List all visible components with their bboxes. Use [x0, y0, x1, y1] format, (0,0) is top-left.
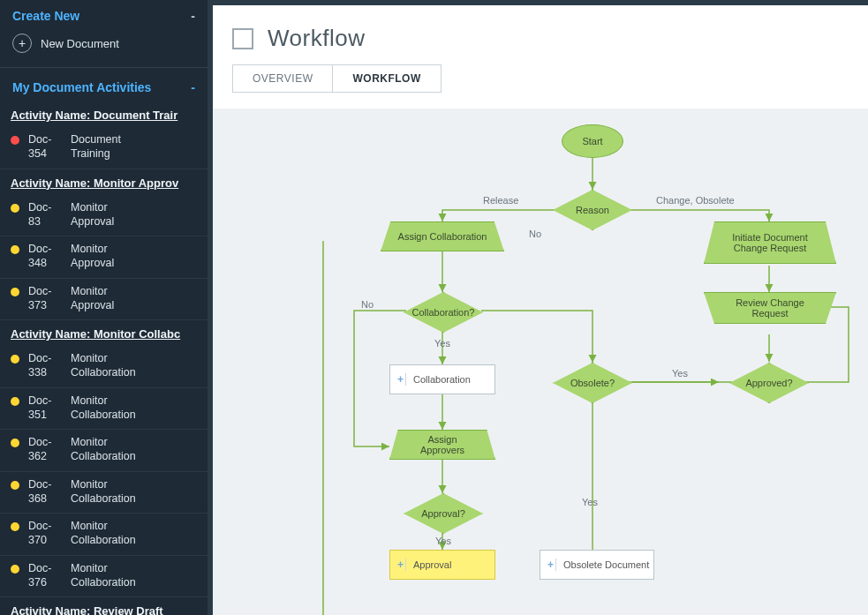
label-no-1: No	[529, 229, 541, 239]
status-dot-icon	[11, 355, 19, 364]
status-dot-icon	[11, 288, 19, 296]
doc-title: MonitorCollaboration	[71, 519, 136, 548]
node-approval-card[interactable]: + Approval	[389, 550, 495, 580]
activity-group-title: Activity Name: Review Draft	[0, 597, 208, 615]
doc-id: Doc-373	[28, 284, 62, 313]
doc-id: Doc-362	[28, 435, 62, 464]
node-assign-collaboration[interactable]: Assign Collaboration	[381, 221, 504, 251]
new-document-button[interactable]: + New Document	[0, 28, 208, 67]
new-document-label: New Document	[41, 37, 119, 50]
collapse-icon: -	[191, 9, 195, 23]
doc-id: Doc-368	[28, 477, 62, 506]
activity-row[interactable]: Doc-368MonitorCollaboration	[0, 472, 208, 514]
doc-id: Doc-376	[28, 561, 62, 590]
tab-workflow[interactable]: WORKFLOW	[333, 65, 440, 92]
status-dot-icon	[11, 522, 19, 531]
status-dot-icon	[11, 204, 19, 213]
doc-title: MonitorCollaboration	[71, 477, 136, 506]
activities-header[interactable]: My Document Activities -	[0, 67, 208, 101]
activity-row[interactable]: Doc-362MonitorCollaboration	[0, 430, 208, 472]
doc-title: MonitorApproval	[71, 284, 114, 313]
doc-title: MonitorCollaboration	[71, 435, 136, 464]
doc-title: DocumentTraining	[71, 132, 121, 161]
activity-row[interactable]: Doc-354DocumentTraining	[0, 127, 208, 169]
doc-title: MonitorCollaboration	[71, 561, 136, 590]
doc-title: MonitorApproval	[71, 200, 114, 229]
status-dot-icon	[11, 439, 19, 447]
status-dot-icon	[11, 245, 19, 254]
label-release: Release	[483, 195, 518, 206]
label-yes-2: Yes	[672, 368, 688, 379]
status-dot-icon	[11, 397, 19, 406]
page-title: Workflow	[268, 25, 365, 52]
node-review-change[interactable]: Review Change Request	[704, 292, 836, 324]
doc-id: Doc-370	[28, 519, 62, 548]
label-yes-4: Yes	[582, 497, 598, 507]
node-obsolete-document-card[interactable]: + Obsolete Document	[540, 550, 654, 580]
sidebar: Create New - + New Document My Document …	[0, 0, 208, 615]
plus-icon: +	[397, 373, 406, 386]
label-yes-3: Yes	[435, 536, 451, 546]
activity-row[interactable]: Doc-351MonitorCollaboration	[0, 388, 208, 431]
node-assign-approvers[interactable]: Assign Approvers	[389, 430, 495, 460]
create-new-label: Create New	[12, 9, 79, 23]
main-panel: Workflow OVERVIEW WORKFLOW	[213, 5, 868, 615]
page-header: Workflow	[213, 5, 868, 64]
tab-overview[interactable]: OVERVIEW	[233, 65, 333, 92]
collapse-icon: -	[191, 80, 195, 94]
activity-group-title: Activity Name: Monitor Collabc	[0, 320, 208, 346]
activity-group-title: Activity Name: Monitor Approv	[0, 169, 208, 195]
doc-id: Doc-83	[28, 200, 62, 229]
doc-title: MonitorApproval	[71, 242, 114, 271]
node-reason[interactable]: Reason	[553, 190, 632, 230]
label-change-obsolete: Change, Obsolete	[656, 195, 735, 206]
node-start[interactable]: Start	[562, 124, 623, 158]
doc-title: MonitorCollaboration	[71, 394, 136, 423]
plus-circle-icon: +	[12, 34, 32, 53]
node-approval-q[interactable]: Approval?	[404, 493, 483, 534]
activity-row[interactable]: Doc-376MonitorCollaboration	[0, 556, 208, 598]
select-checkbox[interactable]	[232, 28, 253, 49]
create-new-header[interactable]: Create New -	[0, 0, 208, 28]
label-no-2: No	[361, 299, 374, 310]
node-obsolete-q[interactable]: Obsolete?	[553, 363, 632, 403]
doc-id: Doc-354	[28, 132, 62, 161]
doc-id: Doc-351	[28, 394, 62, 423]
activity-row[interactable]: Doc-83MonitorApproval	[0, 195, 208, 237]
activity-group-title: Activity Name: Document Trair	[0, 101, 208, 127]
activities-label: My Document Activities	[12, 80, 151, 94]
plus-icon: +	[547, 559, 556, 571]
workflow-canvas[interactable]: Start Reason Release Change, Obsolete As…	[213, 109, 868, 615]
tab-bar: OVERVIEW WORKFLOW	[232, 64, 442, 93]
status-dot-icon	[11, 481, 19, 490]
label-yes-1: Yes	[434, 338, 450, 349]
doc-id: Doc-338	[28, 351, 62, 380]
doc-title: MonitorCollaboration	[71, 351, 136, 380]
flow-connectors	[213, 109, 868, 615]
node-collaboration-q[interactable]: Collaboration?	[404, 292, 483, 333]
doc-id: Doc-348	[28, 242, 62, 271]
plus-icon: +	[397, 559, 406, 571]
node-initiate-change[interactable]: Initiate Document Change Request	[704, 221, 836, 264]
node-approved-q[interactable]: Approved?	[729, 363, 809, 403]
activity-row[interactable]: Doc-338MonitorCollaboration	[0, 346, 208, 388]
status-dot-icon	[11, 136, 19, 145]
activity-row[interactable]: Doc-370MonitorCollaboration	[0, 514, 208, 556]
status-dot-icon	[11, 565, 19, 574]
activity-row[interactable]: Doc-348MonitorApproval	[0, 236, 208, 279]
node-collaboration-card[interactable]: + Collaboration	[389, 364, 495, 394]
activity-row[interactable]: Doc-373MonitorApproval	[0, 279, 208, 321]
